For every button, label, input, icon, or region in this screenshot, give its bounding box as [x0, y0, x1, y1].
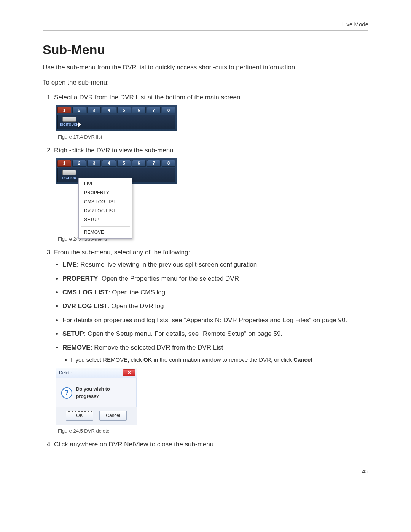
page-number: 45	[43, 468, 368, 474]
question-icon: ?	[61, 387, 72, 399]
dvr-tab-8[interactable]: 8	[162, 107, 175, 113]
open-line: To open the sub-menu:	[43, 78, 368, 88]
remove-note: If you select REMOVE, click OK in the co…	[71, 355, 368, 364]
opt-live: LIVE: Resume live viewing in the previou…	[62, 260, 368, 270]
opt-dvr-log: DVR LOG LIST: Open the DVR log	[62, 301, 368, 311]
dvr-tab-3[interactable]: 3	[87, 107, 101, 113]
opt-setup-text: : Open the Setup menu. For details, see …	[84, 330, 282, 337]
ctx-item-setup[interactable]: SETUP	[79, 216, 132, 225]
steps-list: Select a DVR from the DVR List at the bo…	[43, 93, 368, 449]
figure-sub-menu: 1 2 3 4 5 6 7 8 DIGITOU	[56, 158, 177, 233]
opt-details: For details on properties and log lists,…	[62, 315, 368, 325]
header-rule	[43, 30, 368, 31]
remove-sub: If you select REMOVE, click OK in the co…	[62, 355, 368, 364]
opt-live-text: : Resume live viewing in the previous sp…	[77, 261, 257, 268]
remove-note-pre: If you select REMOVE, click	[71, 356, 143, 363]
dvr-tab-7b[interactable]: 7	[147, 160, 161, 167]
opt-cms-bold: CMS LOG LIST	[62, 289, 108, 296]
dvr-tab-4[interactable]: 4	[102, 107, 116, 113]
opt-property-text: : Open the Properties menu for the selec…	[98, 275, 239, 282]
figure-3-caption: Figure 24.5 DVR delete	[58, 427, 368, 435]
opt-setup-bold: SETUP	[62, 330, 84, 337]
footer-rule	[43, 465, 368, 465]
opt-property-bold: PROPERTY	[62, 275, 98, 282]
step-3-lead: From the sub-menu, select any of the fol…	[54, 249, 190, 256]
opt-remove-bold: REMOVE	[62, 344, 91, 351]
dvr-tab-row: 1 2 3 4 5 6 7 8	[56, 105, 177, 113]
dvr-body: DIGITOUCH	[57, 115, 175, 129]
dialog-message: Do you wish to progress?	[76, 386, 131, 401]
opt-details-text: For details on properties and log lists,…	[62, 316, 347, 324]
opt-cms-log: CMS LOG LIST: Open the CMS log	[62, 288, 368, 297]
dvr-device-icon	[62, 117, 76, 122]
dialog-titlebar: Delete ✕	[56, 368, 137, 378]
step-4: Click anywhere on DVR NetView to close t…	[54, 439, 368, 449]
step-4-text: Click anywhere on DVR NetView to close t…	[54, 441, 215, 448]
dvr-tab-2b[interactable]: 2	[72, 160, 86, 167]
ctx-item-cms-log[interactable]: CMS LOG LIST	[79, 198, 132, 207]
dvr-tab-4b[interactable]: 4	[102, 160, 116, 167]
remove-note-cancel: Cancel	[293, 356, 312, 363]
remove-note-ok: OK	[143, 356, 152, 363]
dvr-tab-row-2: 1 2 3 4 5 6 7 8	[56, 158, 177, 167]
ctx-item-remove[interactable]: REMOVE	[79, 228, 132, 237]
opt-dvr-text: : Open the DVR log	[108, 302, 164, 310]
opt-dvr-bold: DVR LOG LIST	[62, 302, 108, 310]
figure-1-caption: Figure 17.4 DVR list	[58, 133, 368, 141]
dvr-tab-8b[interactable]: 8	[162, 160, 175, 167]
opt-remove: REMOVE: Remove the selected DVR from the…	[62, 343, 368, 364]
remove-note-mid: in the confirmation window to remove the…	[152, 356, 293, 363]
dvr-tab-3b[interactable]: 3	[87, 160, 101, 167]
ctx-item-property[interactable]: PROPERTY	[79, 189, 132, 198]
figure-dvr-list: 1 2 3 4 5 6 7 8 DIGITOUCH	[56, 105, 177, 131]
opt-property: PROPERTY: Open the Properties menu for t…	[62, 274, 368, 284]
dialog-ok-button[interactable]: OK	[66, 411, 93, 421]
dvr-tab-6[interactable]: 6	[132, 107, 146, 113]
dialog-title: Delete	[59, 369, 72, 377]
dvr-tab-1[interactable]: 1	[57, 107, 71, 113]
options-list: LIVE: Resume live viewing in the previou…	[54, 260, 368, 364]
step-1: Select a DVR from the DVR List at the bo…	[54, 93, 368, 141]
dialog-button-row: OK Cancel	[56, 407, 137, 425]
dvr-tab-2[interactable]: 2	[72, 107, 86, 113]
dialog-cancel-button[interactable]: Cancel	[99, 411, 127, 421]
dvr-device-icon-2	[62, 170, 76, 175]
ctx-item-live[interactable]: LIVE	[79, 180, 132, 189]
ctx-separator	[81, 226, 130, 227]
step-2: Right-click the DVR to view the sub-menu…	[54, 145, 368, 243]
step-2-text: Right-click the DVR to view the sub-menu…	[54, 147, 175, 154]
dvr-tab-7[interactable]: 7	[147, 107, 161, 113]
dvr-tab-5[interactable]: 5	[117, 107, 131, 113]
intro-paragraph: Use the sub-menu from the DVR list to qu…	[43, 62, 368, 72]
context-menu: LIVE PROPERTY CMS LOG LIST DVR LOG LIST …	[78, 178, 132, 239]
header-section-label: Live Mode	[43, 21, 368, 27]
ctx-item-dvr-log[interactable]: DVR LOG LIST	[79, 207, 132, 216]
opt-remove-text: : Remove the selected DVR from the DVR L…	[91, 344, 223, 351]
dialog-close-button[interactable]: ✕	[123, 369, 135, 376]
opt-setup: SETUP: Open the Setup menu. For details,…	[62, 329, 368, 339]
dvr-tab-1b[interactable]: 1	[57, 160, 71, 167]
dvr-device[interactable]: DIGITOUCH	[58, 115, 81, 128]
opt-cms-text: : Open the CMS log	[108, 289, 165, 296]
opt-live-bold: LIVE	[62, 261, 77, 268]
delete-dialog: Delete ✕ ? Do you wish to progress? OK C…	[56, 368, 137, 425]
dvr-device-2[interactable]: DIGITOU	[58, 169, 81, 182]
step-1-text: Select a DVR from the DVR List at the bo…	[54, 94, 242, 101]
dvr-device-label: DIGITOUCH	[60, 122, 78, 127]
dvr-device-label-2: DIGITOU	[62, 176, 76, 181]
dvr-tab-5b[interactable]: 5	[117, 160, 131, 167]
page-title: Sub-Menu	[43, 42, 368, 57]
dialog-body: ? Do you wish to progress?	[56, 378, 137, 407]
dvr-tab-6b[interactable]: 6	[132, 160, 146, 167]
page: Live Mode Sub-Menu Use the sub-menu from…	[0, 0, 411, 532]
step-3: From the sub-menu, select any of the fol…	[54, 248, 368, 435]
